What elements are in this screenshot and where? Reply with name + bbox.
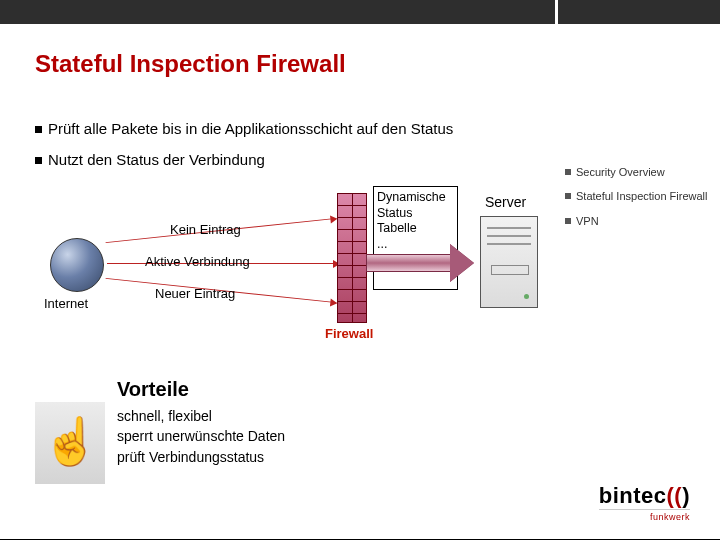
server-led (524, 294, 529, 299)
server-icon (480, 216, 538, 308)
arrow-shaft (366, 254, 450, 272)
slide-root: Stateful Inspection Firewall Prüft alle … (0, 0, 720, 540)
brand-logo: bintec(() funkwerk (599, 483, 690, 522)
advantages-block: ☝ Vorteile schnell, flexibel sperrt uner… (35, 378, 345, 488)
bullet-square-icon (35, 157, 42, 164)
server-vent (487, 243, 531, 245)
brand-text: bintec (599, 483, 667, 508)
arrow-head (450, 244, 474, 282)
label-active-connection: Aktive Verbindung (145, 254, 250, 269)
server-label: Server (485, 194, 526, 210)
advantages-item: schnell, flexibel (117, 406, 285, 426)
sidebar-item-vpn: VPN (565, 214, 715, 228)
bullet-text: Nutzt den Status der Verbindung (48, 151, 265, 168)
main-bullets: Prüft alle Pakete bis in die Applikation… (35, 120, 535, 182)
bullet-square-icon (35, 126, 42, 133)
thumbs-up-icon: ☝ (42, 414, 99, 468)
thumbs-up-tile: ☝ (35, 402, 105, 484)
bullet-item: Prüft alle Pakete bis in die Applikation… (35, 120, 535, 137)
firewall-wall-icon (337, 193, 367, 323)
bullet-square-icon (565, 218, 571, 224)
advantages-item: sperrt unerwünschte Daten (117, 426, 285, 446)
internet-sphere-icon (50, 238, 104, 292)
label-new-entry: Neuer Eintrag (155, 286, 235, 301)
server-drive-slot (491, 265, 529, 275)
brand-paren-open: (( (667, 483, 683, 508)
internet-label: Internet (44, 296, 88, 311)
top-bar (0, 0, 720, 24)
bullet-text: Prüft alle Pakete bis in die Applikation… (48, 120, 453, 137)
slide-title: Stateful Inspection Firewall (35, 50, 346, 78)
firewall-diagram: Internet Kein Eintrag Aktive Verbindung … (35, 188, 555, 358)
top-bar-gap (555, 0, 558, 24)
server-vent (487, 235, 531, 237)
brand-sub: funkwerk (599, 509, 690, 522)
pass-through-arrow-icon (366, 244, 474, 282)
bullet-square-icon (565, 193, 571, 199)
advantages-title: Vorteile (117, 378, 189, 401)
brand-paren-close: ) (682, 483, 690, 508)
label-no-entry: Kein Eintrag (170, 222, 241, 237)
sidebar-item-label: Stateful Inspection Firewall (576, 189, 707, 203)
server-vent (487, 227, 531, 229)
advantages-list: schnell, flexibel sperrt unerwünschte Da… (117, 406, 285, 467)
sidebar-item-label: Security Overview (576, 165, 665, 179)
brand-name: bintec(() (599, 483, 690, 508)
sidebar-item-label: VPN (576, 214, 599, 228)
firewall-label: Firewall (325, 326, 373, 341)
bullet-square-icon (565, 169, 571, 175)
sidebar-agenda: Security Overview Stateful Inspection Fi… (565, 165, 715, 238)
bullet-item: Nutzt den Status der Verbindung (35, 151, 535, 168)
advantages-item: prüft Verbindungsstatus (117, 447, 285, 467)
sidebar-item-stateful-inspection: Stateful Inspection Firewall (565, 189, 715, 203)
sidebar-item-security-overview: Security Overview (565, 165, 715, 179)
